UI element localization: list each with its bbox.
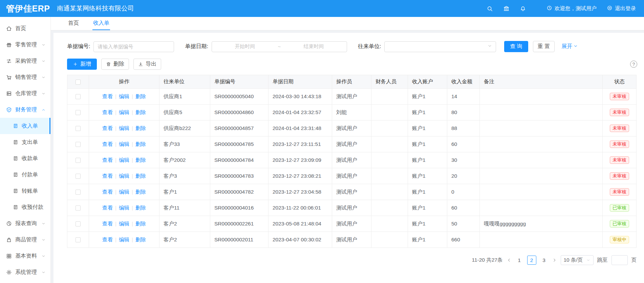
sidebar-item-零售管理[interactable]: 零售管理 — [0, 37, 50, 53]
row-action-编辑[interactable]: 编辑 — [119, 125, 129, 131]
table-wrap: 操作往来单位单据编号单据日期操作员财务人员收入账户收入金额备注状态查看|编辑|删… — [67, 75, 637, 248]
date-range-picker[interactable]: 开始时间 ~ 结束时间 — [212, 41, 347, 52]
row-checkbox[interactable] — [76, 126, 81, 131]
cell-account: 账户1 — [408, 168, 447, 184]
jump-page-input[interactable] — [611, 255, 628, 265]
sidebar-item-销售管理[interactable]: 销售管理 — [0, 69, 50, 85]
cell-status: 已审核 — [603, 200, 637, 216]
row-action-查看[interactable]: 查看 — [102, 173, 113, 179]
row-action-编辑[interactable]: 编辑 — [119, 173, 129, 179]
sidebar-subitem-支出单[interactable]: 支出单 — [0, 134, 50, 150]
row-action-编辑[interactable]: 编辑 — [119, 109, 129, 115]
row-checkbox[interactable] — [76, 174, 81, 179]
row-checkbox[interactable] — [76, 190, 81, 195]
reset-button[interactable]: 重 置 — [533, 41, 555, 52]
row-action-编辑[interactable]: 编辑 — [119, 141, 129, 147]
sidebar-subitem-收款单[interactable]: 收款单 — [0, 150, 50, 167]
page-button-2[interactable]: 2 — [527, 256, 536, 265]
row-action-查看[interactable]: 查看 — [102, 205, 113, 211]
cell-finance — [371, 184, 408, 200]
row-action-删除[interactable]: 删除 — [135, 205, 146, 211]
cell-operator: 测试用户 — [332, 168, 371, 184]
page-button-3[interactable]: 3 — [540, 256, 548, 265]
logout-button[interactable]: 退出登录 — [607, 5, 636, 12]
row-action-查看[interactable]: 查看 — [102, 221, 113, 226]
row-action-删除[interactable]: 删除 — [135, 237, 146, 242]
row-action-删除[interactable]: 删除 — [135, 157, 146, 163]
row-action-查看[interactable]: 查看 — [102, 157, 113, 163]
row-action-删除[interactable]: 删除 — [135, 109, 146, 115]
cell-account: 账户1 — [408, 105, 447, 121]
bank-button[interactable] — [503, 5, 510, 12]
row-checkbox[interactable] — [76, 158, 81, 163]
column-header-往来单位: 往来单位 — [159, 75, 210, 89]
delete-button[interactable]: 删除 — [101, 59, 129, 70]
row-checkbox[interactable] — [76, 110, 81, 115]
row-action-编辑[interactable]: 编辑 — [119, 237, 129, 242]
row-action-删除[interactable]: 删除 — [135, 189, 146, 195]
row-checkbox[interactable] — [76, 205, 81, 211]
export-button[interactable]: 导出 — [133, 59, 161, 70]
bell-button[interactable] — [520, 5, 526, 12]
sidebar-item-采购管理[interactable]: 采购管理 — [0, 53, 50, 69]
row-checkbox[interactable] — [76, 237, 81, 242]
cell-operator: 测试用户 — [332, 232, 371, 248]
help-button[interactable]: ? — [630, 61, 637, 68]
select-all-checkbox[interactable] — [76, 80, 81, 85]
add-label: 新增 — [80, 61, 91, 68]
sidebar-subitem-收入单[interactable]: 收入单 — [0, 118, 50, 134]
row-action-删除[interactable]: 删除 — [135, 93, 146, 99]
row-action-编辑[interactable]: 编辑 — [119, 205, 129, 211]
chevron-down-icon — [487, 43, 492, 48]
cell-status: 未审核 — [603, 184, 637, 200]
sidebar-item-首页[interactable]: 首页 — [0, 20, 50, 37]
sidebar-subitem-收预付款[interactable]: 收预付款 — [0, 199, 50, 215]
row-action-查看[interactable]: 查看 — [102, 237, 113, 242]
sidebar-item-商品管理[interactable]: 商品管理 — [0, 232, 50, 248]
prev-page-button[interactable] — [507, 258, 512, 263]
row-checkbox[interactable] — [76, 221, 81, 226]
row-action-查看[interactable]: 查看 — [102, 125, 113, 131]
row-action-查看[interactable]: 查看 — [102, 93, 113, 99]
page-size-select[interactable]: 10 条/页 — [561, 255, 594, 265]
date-label: 单据日期: — [185, 43, 208, 50]
tab-收入单[interactable]: 收入单 — [92, 17, 110, 30]
sidebar-item-财务管理[interactable]: 财务管理 — [0, 102, 50, 118]
row-action-编辑[interactable]: 编辑 — [119, 221, 129, 226]
row-action-删除[interactable]: 删除 — [135, 141, 146, 147]
row-checkbox[interactable] — [76, 94, 81, 99]
cell-finance — [371, 121, 408, 136]
cell-actions: 查看|编辑|删除 — [89, 136, 159, 152]
row-action-查看[interactable]: 查看 — [102, 189, 113, 195]
search-button[interactable] — [487, 5, 493, 12]
row-action-删除[interactable]: 删除 — [135, 125, 146, 131]
sidebar-item-报表查询[interactable]: 报表查询 — [0, 215, 50, 232]
sidebar-item-仓库管理[interactable]: 仓库管理 — [0, 85, 50, 102]
welcome-user[interactable]: 欢迎您，测试用户 — [546, 5, 597, 12]
row-action-删除[interactable]: 删除 — [135, 221, 146, 226]
doc-no-input[interactable] — [93, 41, 174, 52]
row-action-删除[interactable]: 删除 — [135, 173, 146, 179]
sidebar-item-基本资料[interactable]: 基本资料 — [0, 248, 50, 264]
action-separator: | — [115, 93, 116, 99]
partner-select[interactable] — [384, 41, 496, 52]
table-row: 查看|编辑|删除客户11SR000000040162023-11-22 00:0… — [67, 200, 637, 216]
add-button[interactable]: 新增 — [67, 59, 97, 70]
sidebar-item-系统管理[interactable]: 系统管理 — [0, 264, 50, 280]
row-checkbox[interactable] — [76, 142, 81, 147]
plus-icon — [73, 62, 78, 67]
sidebar-subitem-付款单[interactable]: 付款单 — [0, 167, 50, 183]
row-action-编辑[interactable]: 编辑 — [119, 93, 129, 99]
expand-toggle[interactable]: 展开 — [561, 43, 578, 50]
next-page-button[interactable] — [552, 258, 557, 263]
row-action-编辑[interactable]: 编辑 — [119, 189, 129, 195]
row-action-查看[interactable]: 查看 — [102, 141, 113, 147]
tab-首页[interactable]: 首页 — [67, 17, 80, 30]
row-action-查看[interactable]: 查看 — [102, 109, 113, 115]
search-button[interactable]: 查 询 — [504, 41, 528, 52]
page-button-1[interactable]: 1 — [515, 256, 523, 265]
sidebar-subitem-label: 收款单 — [22, 155, 46, 162]
sidebar-subitem-转账单[interactable]: 转账单 — [0, 183, 50, 199]
cell-select — [67, 89, 89, 105]
row-action-编辑[interactable]: 编辑 — [119, 157, 129, 163]
